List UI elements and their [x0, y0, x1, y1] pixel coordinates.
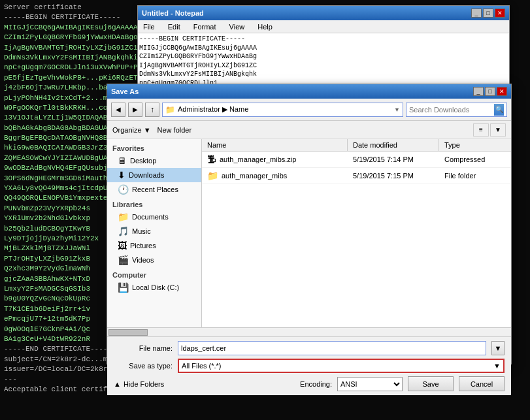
savetype-row: Save as type: All Files (*.*) ▼	[114, 359, 505, 373]
file-date-1: 5/19/2015 7:14 PM	[353, 155, 414, 163]
notepad-maximize-button[interactable]: □	[483, 8, 493, 18]
notepad-menu: File Edit Format View Help	[138, 20, 509, 33]
sidebar-item-downloads[interactable]: ⬇ Downloads	[107, 168, 201, 182]
file-date-cell-1: 5/19/2015 7:14 PM	[348, 154, 439, 165]
sidebar-pictures-label: Pictures	[130, 242, 156, 250]
favorites-section: Favorites 🖥 Desktop ⬇ Downloads 🕐 Recent…	[107, 142, 201, 197]
view-dropdown-button[interactable]: ▼	[490, 123, 506, 137]
filename-row: File name: ▼	[114, 341, 505, 355]
sidebar-item-recent[interactable]: 🕐 Recent Places	[107, 182, 201, 197]
sidebar-item-pictures[interactable]: 🖼 Pictures	[107, 238, 201, 253]
sidebar-music-label: Music	[132, 227, 151, 235]
recent-icon: 🕐	[118, 184, 129, 195]
menu-file[interactable]: File	[141, 22, 157, 31]
savetype-arrow: ▼	[493, 362, 501, 370]
search-button[interactable]: 🔍	[494, 104, 504, 116]
organize-button[interactable]: Organize ▼	[112, 126, 151, 134]
saveas-dialog: Save As _ □ ✕ ◀ ▶ ↑ 📁 Administrator ▶ Na…	[107, 84, 512, 364]
filename-dropdown-arrow[interactable]: ▼	[491, 341, 505, 355]
search-box: 🔍	[406, 103, 507, 117]
saveas-title: Save As	[111, 88, 139, 95]
saveas-sidebar: Favorites 🖥 Desktop ⬇ Downloads 🕐 Recent…	[107, 139, 202, 327]
saveas-maximize-button[interactable]: □	[485, 87, 495, 96]
table-row[interactable]: 🗜 auth_manager_mibs.zip 5/19/2015 7:14 P…	[202, 152, 511, 168]
menu-help[interactable]: Help	[255, 22, 275, 31]
table-row[interactable]: 📁 auth_manager_mibs 5/19/2015 7:15 PM Fi…	[202, 168, 511, 184]
col-header-type[interactable]: Type	[439, 139, 511, 151]
organize-label: Organize	[112, 126, 142, 134]
notepad-titlebar: Untitled - Notepad _ □ ✕	[138, 6, 509, 20]
sidebar-recent-label: Recent Places	[132, 186, 178, 193]
horizontal-scrollbar[interactable]	[107, 327, 511, 336]
saveas-minimize-button[interactable]: _	[473, 87, 484, 96]
notepad-close-button[interactable]: ✕	[495, 8, 505, 18]
address-separator: ▶	[222, 105, 229, 113]
documents-icon: 📁	[118, 212, 129, 222]
saveas-toolbar: ◀ ▶ ↑ 📁 Administrator ▶ Name ▼ 🔍	[107, 99, 511, 121]
organize-arrow: ▼	[144, 126, 151, 134]
save-button[interactable]: Save	[408, 376, 454, 391]
file-name-2: auth_manager_mibs	[222, 172, 287, 180]
address-location: Administrator ▶ Name	[178, 105, 391, 114]
file-zip-icon: 🗜	[207, 154, 216, 165]
sidebar-item-desktop[interactable]: 🖥 Desktop	[107, 153, 201, 168]
sidebar-item-documents[interactable]: 📁 Documents	[107, 210, 201, 224]
file-name-cell-1: 🗜 auth_manager_mibs.zip	[202, 153, 348, 166]
music-icon: 🎵	[118, 226, 129, 236]
cancel-button[interactable]: Cancel	[459, 376, 505, 391]
computer-label: Computer	[112, 271, 146, 279]
filename-label: File name:	[114, 344, 173, 352]
hide-folders-icon: ▲	[114, 380, 121, 388]
computer-header: Computer	[107, 268, 201, 280]
sidebar-downloads-label: Downloads	[129, 171, 164, 179]
view-list-button[interactable]: ≡	[473, 123, 489, 137]
hide-folders-label: Hide Folders	[124, 380, 164, 388]
saveas-file-list: Name Date modified Type 🗜 auth_manager_m…	[202, 139, 511, 327]
sidebar-item-localdisk[interactable]: 💾 Local Disk (C:)	[107, 280, 201, 295]
up-button[interactable]: ↑	[145, 103, 159, 117]
encoding-label: Encoding:	[300, 380, 332, 388]
address-bar[interactable]: 📁 Administrator ▶ Name ▼	[162, 103, 403, 117]
file-list-header: Name Date modified Type	[202, 139, 511, 152]
col-name-label: Name	[207, 141, 226, 149]
address-admin: Administrator	[178, 105, 220, 113]
address-dropdown-arrow[interactable]: ▼	[394, 106, 400, 113]
sidebar-desktop-label: Desktop	[130, 157, 156, 165]
sidebar-videos-label: Videos	[132, 256, 154, 264]
new-folder-button[interactable]: New folder	[157, 126, 192, 134]
downloads-icon: ⬇	[118, 170, 125, 180]
menu-edit[interactable]: Edit	[165, 22, 183, 31]
col-type-label: Type	[444, 141, 460, 149]
savetype-value: All Files (*.*)	[182, 362, 222, 370]
address-folder-icon: 📁	[165, 105, 175, 114]
col-header-name[interactable]: Name	[202, 139, 348, 151]
favorites-label: Favorites	[112, 144, 144, 152]
notepad-minimize-button[interactable]: _	[471, 8, 482, 18]
sidebar-item-music[interactable]: 🎵 Music	[107, 224, 201, 238]
menu-view[interactable]: View	[227, 22, 248, 31]
forward-button[interactable]: ▶	[128, 103, 142, 117]
filename-input[interactable]	[178, 341, 486, 355]
saveas-controls: _ □ ✕	[473, 87, 507, 96]
saveas-close-button[interactable]: ✕	[497, 87, 507, 96]
col-header-date[interactable]: Date modified	[348, 139, 439, 151]
menu-format[interactable]: Format	[191, 22, 219, 31]
videos-icon: 🎬	[118, 255, 129, 265]
view-buttons: ≡ ▼	[473, 123, 506, 137]
desktop-icon: 🖥	[118, 155, 127, 166]
sidebar-documents-label: Documents	[132, 213, 169, 221]
back-button[interactable]: ◀	[111, 103, 125, 117]
savetype-dropdown[interactable]: All Files (*.*) ▼	[178, 359, 505, 373]
hide-folders-button[interactable]: ▲ Hide Folders	[114, 380, 164, 388]
pictures-icon: 🖼	[118, 240, 127, 251]
file-type-cell-1: Compressed	[439, 154, 511, 165]
favorites-header: Favorites	[107, 142, 201, 153]
saveas-titlebar: Save As _ □ ✕	[107, 84, 511, 99]
col-date-label: Date modified	[353, 141, 397, 149]
savetype-label: Save as type:	[114, 362, 173, 370]
search-input[interactable]	[409, 106, 494, 114]
sidebar-item-videos[interactable]: 🎬 Videos	[107, 253, 201, 267]
scrollbar-thumb[interactable]	[108, 329, 148, 336]
folder-icon: 📁	[207, 170, 218, 181]
encoding-select[interactable]: ANSI	[337, 377, 403, 391]
